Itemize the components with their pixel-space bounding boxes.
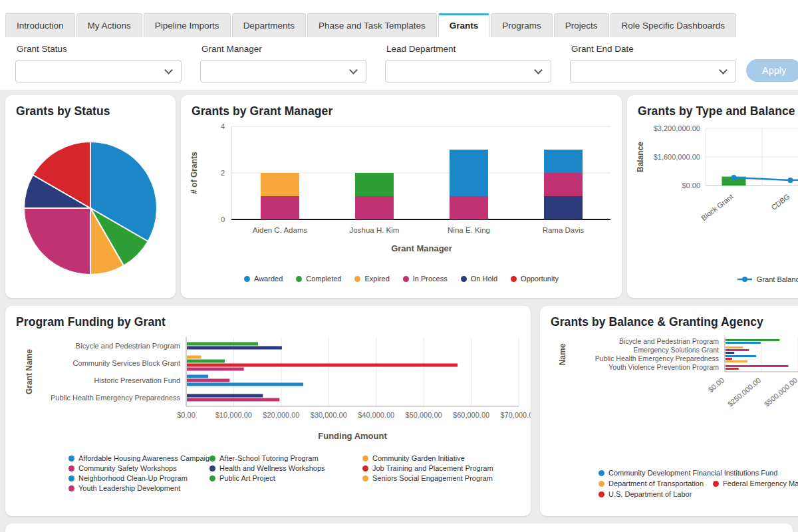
- chart-legend: Grant Balance: [627, 275, 798, 283]
- legend-item-community-garden-initiative: Community Garden Initiative: [362, 454, 531, 462]
- legend-label: Job Training and Placement Program: [372, 464, 493, 472]
- card-grants-by-balance-and-granting-agency: Grants by Balance & Granting Agency $0.0…: [540, 306, 798, 516]
- line-marker-icon: [737, 276, 753, 283]
- legend-dot-icon: [68, 485, 74, 491]
- filter-label-grant-manager: Grant Manager: [201, 44, 366, 54]
- funding-bar-job-training-and-placement-program: [187, 364, 458, 367]
- legend-item-community-development-financial-institutions-fund: Community Development Financial Institut…: [598, 469, 777, 477]
- balance-bar-community-development-financial-institutions-fund: [726, 342, 761, 344]
- legend-dot-icon: [362, 466, 368, 471]
- legend-label: Federal Emergency Management Agency: [723, 479, 798, 487]
- tab-projects[interactable]: Projects: [554, 13, 609, 37]
- legend-item-public-art-project: Public Art Project: [209, 474, 362, 482]
- tab-phase-and-task-templates[interactable]: Phase and Task Templates: [307, 13, 437, 37]
- balance-bar: [726, 339, 779, 341]
- filter-group-grant-end-date: Grant End Date: [570, 41, 736, 82]
- svg-text:$500,000.00: $500,000.00: [763, 376, 798, 408]
- legend-dot-icon: [209, 466, 215, 471]
- card-program-funding-by-grant: Program Funding by Grant $0.00$10,000.00…: [5, 306, 531, 516]
- filter-select-lead-department[interactable]: [385, 60, 551, 82]
- app-window: IntroductionMy ActionsPipeline ImportsDe…: [0, 0, 798, 532]
- legend-label: Youth Leadership Development: [78, 484, 180, 492]
- chart-legend: Community Development Financial Institut…: [598, 469, 798, 498]
- tab-role-specific-dashboards[interactable]: Role Specific Dashboards: [610, 13, 736, 37]
- balance-bar-community-development-financial-institutions-fund: [726, 355, 756, 357]
- tab-programs[interactable]: Programs: [491, 13, 553, 37]
- bar-line-chart: $0.00$1,600,000.00$3,200,000.00Block Gra…: [627, 120, 798, 229]
- svg-text:Name: Name: [558, 343, 567, 365]
- funding-bar-after-school-tutoring-program: [187, 342, 258, 346]
- legend-label: Public Art Project: [219, 474, 275, 482]
- chart-legend: AwardedCompletedExpiredIn ProcessOn Hold…: [181, 275, 622, 283]
- line-point: [788, 178, 793, 183]
- chart-legend: Affordable Housing Awareness CampaignAft…: [68, 454, 531, 492]
- svg-text:0: 0: [221, 215, 225, 223]
- svg-text:$0.00: $0.00: [706, 376, 726, 394]
- tab-grants[interactable]: Grants: [438, 13, 490, 37]
- filter-group-grant-status: Grant Status: [15, 41, 182, 82]
- svg-text:$30,000.00: $30,000.00: [311, 411, 347, 419]
- card-grants-by-grant-manager: Grants by Grant Manager 024Aiden C. Adam…: [181, 95, 622, 298]
- grouped-hbar-chart: $0.00$250,000.00$500,000.00$750,000.00$1…: [540, 332, 798, 428]
- legend-item-on-hold: On Hold: [461, 275, 497, 283]
- svg-text:Block Grant: Block Grant: [700, 192, 735, 222]
- x-axis-label-funding-amount: Funding Amount: [186, 431, 519, 441]
- legend-label: Seniors Social Engagement Program: [372, 474, 493, 482]
- filter-select-grant-manager[interactable]: [200, 60, 366, 82]
- top-navigation: IntroductionMy ActionsPipeline ImportsDe…: [0, 0, 798, 90]
- balance-bar: [726, 352, 734, 354]
- filter-group-lead-department: Lead Department: [385, 41, 551, 82]
- legend-dot-icon: [362, 475, 368, 481]
- svg-text:$0.00: $0.00: [682, 182, 700, 190]
- balance-bar-department-of-transportation: [726, 346, 743, 348]
- legend-item-seniors-social-engagement-program: Seniors Social Engagement Program: [362, 474, 531, 482]
- svg-text:Community Services Block Grant: Community Services Block Grant: [73, 359, 180, 367]
- legend-dot-icon: [209, 456, 215, 462]
- filter-select-grant-end-date[interactable]: [570, 60, 736, 82]
- svg-text:Grant Manager: Grant Manager: [391, 243, 452, 253]
- funding-bar-health-and-wellness-workshops: [187, 394, 263, 398]
- tab-introduction[interactable]: Introduction: [5, 13, 75, 37]
- legend-item-community-safety-workshops: Community Safety Workshops: [68, 464, 209, 472]
- svg-text:Rama Davis: Rama Davis: [543, 226, 585, 234]
- dashboard: Grants by Status Grants by Grant Manager…: [0, 90, 798, 532]
- legend-dot-icon: [403, 276, 409, 282]
- bar-segment-awarded: [450, 150, 488, 196]
- legend-dot-icon: [68, 466, 74, 471]
- bar-segment-completed: [355, 173, 394, 196]
- svg-text:Joshua H. Kim: Joshua H. Kim: [350, 226, 400, 234]
- funding-bar-affordable-housing-awareness-campaign: [187, 375, 208, 378]
- svg-text:$60,000.00: $60,000.00: [453, 411, 489, 419]
- card-grants-by-type-and-balance: Grants by Type and Balance $0.00$1,600,0…: [627, 95, 798, 298]
- legend-label: Opportunity: [521, 275, 559, 283]
- legend-dot-icon: [209, 475, 215, 481]
- legend-item-neighborhood-clean-up-program: Neighborhood Clean-Up Program: [68, 474, 209, 482]
- bar-segment-expired: [261, 173, 299, 196]
- funding-bar-community-garden-initiative: [187, 356, 201, 359]
- svg-text:# of Grants: # of Grants: [190, 152, 199, 194]
- balance-bar: [726, 360, 747, 362]
- chevron-down-icon: [164, 66, 173, 74]
- legend-label: Health and Wellness Workshops: [219, 464, 325, 472]
- chevron-down-icon: [349, 66, 358, 74]
- legend-item-in-process: In Process: [403, 275, 448, 283]
- legend-item-federal-emergency-management-agency: Federal Emergency Management Agency: [713, 479, 798, 487]
- bar-segment-on-hold: [544, 196, 583, 219]
- chart-title-grants-by-status: Grants by Status: [16, 104, 165, 118]
- svg-text:Bicycle and Pedestrian Program: Bicycle and Pedestrian Program: [619, 337, 719, 345]
- legend-dot-icon: [296, 276, 302, 282]
- legend-dot-icon: [511, 276, 517, 282]
- tab-departments[interactable]: Departments: [232, 13, 306, 37]
- svg-text:2: 2: [221, 169, 225, 177]
- funding-bar-community-safety-workshops: [187, 398, 279, 402]
- legend-dot-icon: [461, 276, 467, 282]
- filter-select-grant-status[interactable]: [15, 60, 182, 82]
- svg-text:Public Health Emergency Prepar: Public Health Emergency Preparedness: [51, 394, 181, 402]
- tab-my-actions[interactable]: My Actions: [76, 13, 142, 37]
- pie-chart: [5, 124, 176, 295]
- filter-label-grant-end-date: Grant End Date: [571, 44, 736, 54]
- svg-text:$10,000.00: $10,000.00: [215, 411, 252, 419]
- legend-item-awarded: Awarded: [244, 275, 283, 283]
- apply-button[interactable]: Apply: [746, 59, 798, 82]
- tab-pipeline-imports[interactable]: Pipeline Imports: [144, 13, 231, 37]
